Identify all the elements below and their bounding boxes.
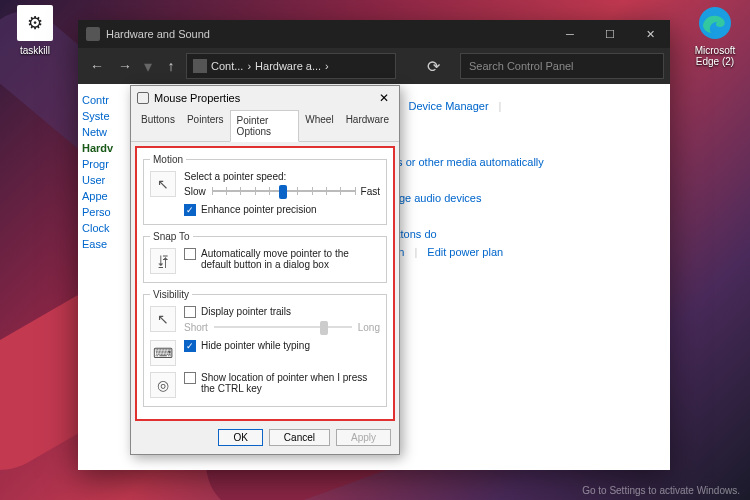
back-button[interactable]: ← bbox=[84, 53, 110, 79]
apply-button[interactable]: Apply bbox=[336, 429, 391, 446]
cancel-button[interactable]: Cancel bbox=[269, 429, 330, 446]
fast-label: Fast bbox=[361, 186, 380, 197]
hide-while-typing-checkbox[interactable]: ✓ Hide pointer while typing bbox=[184, 340, 310, 352]
tab-pointer-options[interactable]: Pointer Options bbox=[230, 110, 300, 142]
breadcrumb-part[interactable]: Cont... bbox=[211, 60, 243, 72]
tab-hardware[interactable]: Hardware bbox=[340, 110, 395, 141]
cursor-icon: ↖ bbox=[150, 171, 176, 197]
sidebar-item[interactable]: User bbox=[82, 172, 132, 188]
group-label: Visibility bbox=[150, 289, 192, 300]
checkbox-label: Enhance pointer precision bbox=[201, 204, 317, 215]
pointer-speed-slider[interactable]: Slow Fast bbox=[184, 184, 380, 198]
hide-typing-icon: ⌨ bbox=[150, 340, 176, 366]
checkbox-label: Show location of pointer when I press th… bbox=[201, 372, 380, 394]
speed-label: Select a pointer speed: bbox=[184, 171, 380, 182]
ctrl-locate-icon: ◎ bbox=[150, 372, 176, 398]
checkbox-icon bbox=[184, 306, 196, 318]
breadcrumb[interactable]: Cont... › Hardware a... › bbox=[186, 53, 396, 79]
ok-button[interactable]: OK bbox=[218, 429, 262, 446]
group-label: Snap To bbox=[150, 231, 193, 242]
pointer-trails-checkbox[interactable]: Display pointer trails bbox=[184, 306, 380, 318]
long-label: Long bbox=[358, 322, 380, 333]
tab-wheel[interactable]: Wheel bbox=[299, 110, 339, 141]
sidebar-item[interactable]: Hardv bbox=[82, 140, 132, 156]
mouse-properties-dialog: Mouse Properties ✕ Buttons Pointers Poin… bbox=[130, 85, 400, 455]
close-button[interactable]: ✕ bbox=[375, 89, 393, 107]
short-label: Short bbox=[184, 322, 208, 333]
sidebar: Contr Syste Netw Hardv Progr User Appe P… bbox=[78, 84, 136, 470]
mouse-icon bbox=[137, 92, 149, 104]
sidebar-item[interactable]: Appe bbox=[82, 188, 132, 204]
sidebar-item[interactable]: Perso bbox=[82, 204, 132, 220]
icon-label: taskkill bbox=[5, 45, 65, 56]
control-panel-icon bbox=[193, 59, 207, 73]
icon-label: Microsoft Edge (2) bbox=[685, 45, 745, 67]
link[interactable]: Edit power plan bbox=[427, 246, 503, 258]
up-button[interactable]: ↑ bbox=[158, 53, 184, 79]
tab-strip: Buttons Pointers Pointer Options Wheel H… bbox=[131, 110, 399, 142]
breadcrumb-part[interactable]: Hardware a... bbox=[255, 60, 321, 72]
chevron-right-icon: › bbox=[325, 60, 329, 72]
activation-watermark: Go to Settings to activate Windows. bbox=[582, 485, 740, 496]
desktop-icon-edge[interactable]: Microsoft Edge (2) bbox=[685, 5, 745, 67]
dialog-body: Motion ↖ Select a pointer speed: Slow Fa… bbox=[135, 146, 395, 421]
snap-to-checkbox[interactable]: Automatically move pointer to the defaul… bbox=[184, 248, 380, 270]
nav-toolbar: ← → ▾ ↑ Cont... › Hardware a... › ⟳ Sear… bbox=[78, 48, 670, 84]
snap-to-group: Snap To ⭿ Automatically move pointer to … bbox=[143, 231, 387, 283]
close-button[interactable]: ✕ bbox=[630, 20, 670, 48]
dialog-title: Mouse Properties bbox=[154, 92, 375, 104]
checkbox-icon: ✓ bbox=[184, 340, 196, 352]
sidebar-item[interactable]: Clock bbox=[82, 220, 132, 236]
sidebar-item[interactable]: Netw bbox=[82, 124, 132, 140]
control-panel-icon bbox=[86, 27, 100, 41]
snap-icon: ⭿ bbox=[150, 248, 176, 274]
show-ctrl-location-checkbox[interactable]: Show location of pointer when I press th… bbox=[184, 372, 380, 394]
desktop-icon-taskkill[interactable]: ⚙ taskkill bbox=[5, 5, 65, 56]
enhance-precision-checkbox[interactable]: ✓ Enhance pointer precision bbox=[184, 204, 317, 216]
tab-pointers[interactable]: Pointers bbox=[181, 110, 230, 141]
link[interactable]: Device Manager bbox=[409, 100, 489, 112]
checkbox-label: Hide pointer while typing bbox=[201, 340, 310, 351]
sidebar-item[interactable]: Contr bbox=[82, 92, 132, 108]
group-label: Motion bbox=[150, 154, 186, 165]
titlebar[interactable]: Hardware and Sound ─ ☐ ✕ bbox=[78, 20, 670, 48]
minimize-button[interactable]: ─ bbox=[550, 20, 590, 48]
checkbox-label: Automatically move pointer to the defaul… bbox=[201, 248, 380, 270]
window-title: Hardware and Sound bbox=[106, 28, 550, 40]
slow-label: Slow bbox=[184, 186, 206, 197]
sidebar-item[interactable]: Progr bbox=[82, 156, 132, 172]
checkbox-label: Display pointer trails bbox=[201, 306, 291, 317]
forward-button[interactable]: → bbox=[112, 53, 138, 79]
sidebar-item[interactable]: Ease bbox=[82, 236, 132, 252]
checkbox-icon: ✓ bbox=[184, 204, 196, 216]
bat-file-icon: ⚙ bbox=[17, 5, 53, 41]
nav-sep: ▾ bbox=[144, 57, 152, 76]
checkbox-icon bbox=[184, 248, 196, 260]
sidebar-item[interactable]: Syste bbox=[82, 108, 132, 124]
trails-icon: ↖ bbox=[150, 306, 176, 332]
edge-icon bbox=[697, 5, 733, 41]
refresh-button[interactable]: ⟳ bbox=[420, 53, 446, 79]
maximize-button[interactable]: ☐ bbox=[590, 20, 630, 48]
dialog-titlebar[interactable]: Mouse Properties ✕ bbox=[131, 86, 399, 110]
tab-buttons[interactable]: Buttons bbox=[135, 110, 181, 141]
search-input[interactable]: Search Control Panel bbox=[460, 53, 664, 79]
trails-length-slider: Short Long bbox=[184, 320, 380, 334]
chevron-right-icon: › bbox=[247, 60, 251, 72]
checkbox-icon bbox=[184, 372, 196, 384]
motion-group: Motion ↖ Select a pointer speed: Slow Fa… bbox=[143, 154, 387, 225]
visibility-group: Visibility ↖ Display pointer trails Shor… bbox=[143, 289, 387, 407]
dialog-button-row: OK Cancel Apply bbox=[131, 425, 399, 454]
